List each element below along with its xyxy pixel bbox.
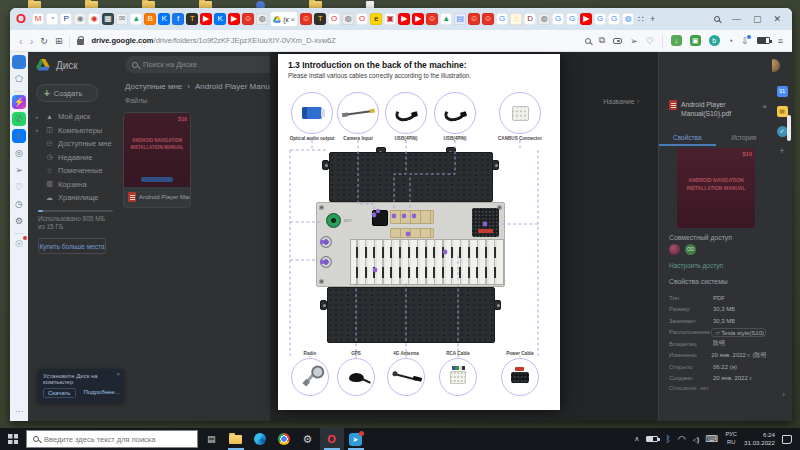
tab-aliexpress[interactable]: ☺ xyxy=(300,13,312,25)
tab-menu-icon[interactable]: ∷ xyxy=(638,14,644,24)
sidebar-icon[interactable] xyxy=(14,91,24,92)
desktop-app-icon[interactable] xyxy=(256,1,265,8)
drive-nav-item[interactable]: ▥ Корзина xyxy=(28,178,123,192)
tab-game[interactable]: T xyxy=(186,13,198,25)
clock[interactable]: 6:2431.03.2022 xyxy=(744,431,775,447)
desktop-folder-icon[interactable] xyxy=(28,1,41,8)
tab-youtube[interactable]: ▶ xyxy=(398,13,410,25)
tab-site[interactable]: e xyxy=(370,13,382,25)
tab-aliexpress[interactable]: ☺ xyxy=(242,13,254,25)
language-switcher[interactable]: РУСRU xyxy=(725,431,737,446)
notification-center-icon[interactable] xyxy=(782,435,792,444)
active-tab[interactable]: (к × xyxy=(270,11,298,27)
keep-icon[interactable]: ▤ xyxy=(777,106,788,117)
tasks-icon[interactable]: ✓ xyxy=(777,126,788,137)
drive-nav-item[interactable]: ☆ Помеченные xyxy=(28,164,123,178)
tab-site[interactable]: ▣ xyxy=(384,13,396,25)
tab-site[interactable]: ◌ xyxy=(510,13,522,25)
desktop-file-icon[interactable] xyxy=(366,1,374,8)
file-card[interactable]: S10 ANDROID NAVIGATION INSTALLATION MANU… xyxy=(123,112,191,208)
sort-control[interactable]: Название ↑ xyxy=(603,98,640,105)
tab-aliexpress[interactable]: ☺ xyxy=(468,13,480,25)
collapse-panel-icon[interactable]: › xyxy=(782,390,785,399)
extension-icon[interactable]: ◔ xyxy=(728,36,733,46)
tab-mail[interactable]: ✉ xyxy=(116,13,128,25)
drive-nav-item[interactable]: ◷ Недавние xyxy=(28,151,123,165)
tab-opera[interactable]: O xyxy=(328,13,340,25)
url-field[interactable]: drive.google.com/drive/folders/1o9f2zKFJ… xyxy=(91,36,577,45)
scrollbar-thumb[interactable] xyxy=(787,115,791,141)
tab-site[interactable]: ◉ xyxy=(88,13,100,25)
tab-google[interactable]: G xyxy=(566,13,578,25)
explorer-icon[interactable] xyxy=(224,428,248,450)
drive-nav-item[interactable]: ⚇ Доступные мне xyxy=(28,137,123,151)
tips-icon[interactable]: ☉ xyxy=(12,237,26,251)
avatar[interactable]: OO xyxy=(685,244,696,255)
tab-site[interactable]: ◍ xyxy=(622,13,634,25)
tab-vk[interactable]: K xyxy=(214,13,226,25)
tab-chrome[interactable]: ◔ xyxy=(46,13,58,25)
drive-nav-item[interactable]: ☁ Хранилище xyxy=(28,191,123,205)
start-button[interactable] xyxy=(0,434,26,444)
bluetooth-icon[interactable]: ᛒ xyxy=(665,434,670,444)
tray-chevron-icon[interactable]: ∧ xyxy=(634,435,639,443)
tab-aliexpress[interactable]: ☺ xyxy=(482,13,494,25)
drive-nav-item[interactable]: ▸ ▲ Мой диск xyxy=(28,110,123,124)
tab-site[interactable]: ◍ xyxy=(342,13,354,25)
tab-facebook[interactable]: f xyxy=(172,13,184,25)
toast-close-icon[interactable]: × xyxy=(116,371,120,377)
tab-site[interactable]: ◍ xyxy=(256,13,268,25)
drive-search-input[interactable]: Поиск на Диске xyxy=(125,56,293,73)
edge-icon[interactable] xyxy=(248,428,272,450)
keyboard-icon[interactable]: ⌨ xyxy=(705,434,718,444)
back-button[interactable]: ‹ xyxy=(19,35,23,47)
vk-icon[interactable]: K xyxy=(12,129,26,143)
desktop-folder-icon[interactable] xyxy=(85,1,98,8)
opera-icon[interactable]: O xyxy=(320,428,344,450)
tab-youtube[interactable]: ▶ xyxy=(228,13,240,25)
easy-setup-icon[interactable]: ≡ xyxy=(778,36,783,46)
battery-icon[interactable] xyxy=(646,436,658,442)
mail-app-icon[interactable]: ➤ xyxy=(344,428,368,450)
tab-youtube[interactable]: ▶ xyxy=(580,13,592,25)
extension-download-icon[interactable]: ↓ xyxy=(671,35,682,46)
settings-gear-icon[interactable]: ⚙ xyxy=(296,428,320,450)
extension-icon[interactable]: ▣ xyxy=(690,35,701,46)
tab-game[interactable]: T xyxy=(314,13,326,25)
bookmark-heart-icon[interactable]: ♡ xyxy=(646,36,654,46)
opera-menu-button[interactable]: O xyxy=(16,9,26,29)
downloads-icon[interactable]: ⇩ xyxy=(741,36,749,46)
lock-icon[interactable] xyxy=(77,39,84,45)
snapshot-icon[interactable] xyxy=(613,38,622,44)
instagram-icon[interactable]: ◎ xyxy=(12,146,26,160)
whatsapp-icon[interactable]: ✆ xyxy=(12,112,26,126)
speed-dial-icon[interactable]: ⌂ xyxy=(12,55,26,69)
my-flow-icon[interactable]: ➢ xyxy=(630,36,638,46)
tab-drive[interactable]: ▲ xyxy=(440,13,452,25)
forward-button[interactable]: › xyxy=(30,35,34,47)
avatar[interactable] xyxy=(669,244,680,255)
chrome-icon[interactable] xyxy=(272,428,296,450)
desktop-folder-icon[interactable] xyxy=(142,1,155,8)
calendar-icon[interactable]: 31 xyxy=(777,86,788,97)
toast-more-button[interactable]: Подробнее... xyxy=(80,388,124,398)
tab-site[interactable]: D xyxy=(524,13,536,25)
personal-news-icon[interactable]: ♡ xyxy=(12,180,26,194)
tab-opera[interactable]: O xyxy=(356,13,368,25)
taskbar-search-input[interactable] xyxy=(44,435,174,444)
maximize-button[interactable]: ▢ xyxy=(753,14,762,24)
tab-site[interactable]: B xyxy=(144,13,156,25)
sidebar-more-icon[interactable]: ⋯ xyxy=(15,407,23,416)
tab-google[interactable]: G xyxy=(496,13,508,25)
tab-google[interactable]: G xyxy=(552,13,564,25)
tab-close-icon[interactable]: × xyxy=(291,15,296,24)
search-tabs-icon[interactable] xyxy=(714,16,720,22)
add-addon-icon[interactable]: + xyxy=(779,146,784,156)
task-view-icon[interactable]: ▤ xyxy=(207,434,216,444)
taskbar-search[interactable] xyxy=(26,430,198,448)
new-tab-button[interactable]: + xyxy=(650,14,655,24)
battery-saver-icon[interactable] xyxy=(757,37,770,44)
history-icon[interactable]: ◷ xyxy=(12,197,26,211)
breadcrumb-root[interactable]: Доступные мне xyxy=(125,82,182,91)
tab-site[interactable]: ◍ xyxy=(538,13,550,25)
